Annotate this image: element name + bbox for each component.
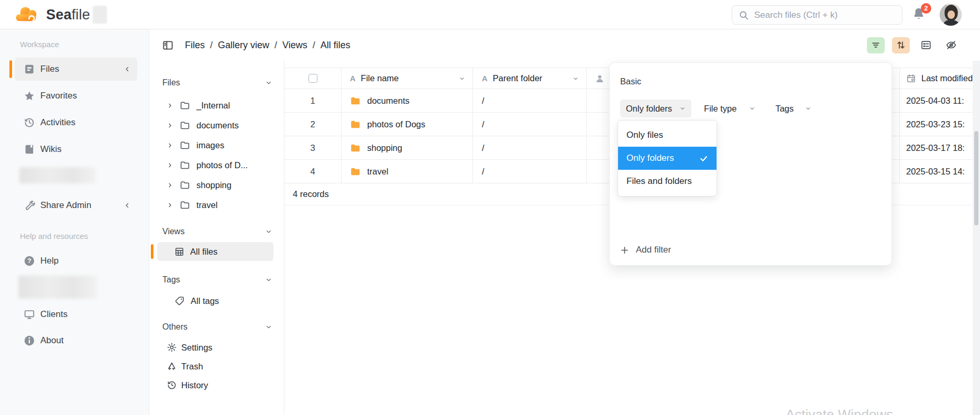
tree-folder-item[interactable]: _Internal	[149, 95, 284, 115]
detail-view-button[interactable]	[917, 37, 935, 53]
filter-icon	[871, 40, 881, 50]
file-name-cell[interactable]: photos of Dogs	[342, 113, 473, 136]
hide-columns-button[interactable]	[942, 37, 960, 53]
tree-folder-item[interactable]: travel	[149, 195, 284, 215]
chevron-left-icon[interactable]	[124, 202, 131, 209]
chevron-down-icon[interactable]	[265, 228, 272, 235]
chevron-right-icon[interactable]	[167, 182, 173, 189]
last-modified-cell: 2025-03-23 15:	[900, 113, 973, 136]
vertical-scrollbar[interactable]	[973, 61, 980, 415]
breadcrumb-separator: /	[210, 40, 213, 51]
dropdown-option-only-files[interactable]: Only files	[618, 124, 717, 147]
seafile-app: Seafile 2	[0, 0, 980, 415]
tree-folder-item[interactable]: shopping	[149, 175, 284, 195]
tree-section-files[interactable]: Files	[162, 78, 272, 88]
book-icon	[24, 144, 35, 155]
sidebar-item-help[interactable]: ? Help	[15, 249, 137, 272]
breadcrumb-item[interactable]: Files	[185, 40, 205, 51]
chevron-right-icon[interactable]	[167, 102, 173, 109]
tree-item-all-tags[interactable]: All tags	[149, 291, 284, 310]
breadcrumb-item[interactable]: Gallery view	[218, 40, 269, 51]
tree-item-history[interactable]: History	[149, 376, 284, 394]
type-filter-select[interactable]: Only folders	[620, 100, 691, 117]
tree-section-views[interactable]: Views	[162, 226, 272, 237]
file-name-cell[interactable]: documents	[342, 89, 473, 113]
dropdown-option-files-and-folders[interactable]: Files and folders	[618, 170, 717, 193]
file-type-filter-select[interactable]: File type	[704, 104, 755, 114]
tree-item-label: History	[181, 380, 208, 390]
column-header-last-modified[interactable]: Last modified	[900, 68, 973, 89]
filter-popup: Basic Only folders File type Tags Only f…	[609, 62, 892, 266]
sidebar-item-clients[interactable]: Clients	[15, 303, 137, 326]
chevron-right-icon[interactable]	[167, 122, 173, 129]
column-header-parent-folder[interactable]: A Parent folder	[473, 68, 587, 89]
windows-activation-watermark: Activate Windows	[786, 407, 898, 415]
chevron-right-icon[interactable]	[167, 202, 173, 209]
last-modified-cell: 2025-03-17 18:	[900, 136, 973, 160]
tree-folder-item[interactable]: photos of D...	[149, 155, 284, 175]
file-name-cell[interactable]: shopping	[342, 136, 473, 160]
star-icon	[24, 90, 35, 102]
tree-folder-item[interactable]: documents	[149, 115, 284, 135]
search-bar[interactable]	[732, 5, 902, 25]
grid-table-icon	[174, 247, 184, 257]
sidebar-item-wikis[interactable]: Wikis	[15, 138, 137, 161]
tree-item-all-files[interactable]: All files	[157, 242, 273, 261]
breadcrumb-item[interactable]: All files	[321, 40, 350, 51]
folder-outline-icon	[180, 200, 190, 210]
redacted-sidebar-item[interactable]	[18, 276, 97, 299]
sort-button[interactable]	[892, 37, 910, 53]
eye-off-icon	[945, 39, 957, 51]
panel-toggle-icon[interactable]	[162, 39, 174, 51]
sidebar-item-label: Files	[40, 64, 59, 74]
dropdown-option-only-folders[interactable]: Only folders	[618, 147, 717, 170]
redacted-sidebar-item[interactable]	[19, 167, 96, 183]
breadcrumb-bar: Files / Gallery view / Views / All files	[149, 29, 980, 61]
sidebar-item-favorites[interactable]: Favorites	[15, 84, 137, 107]
breadcrumb-item[interactable]: Views	[282, 40, 307, 51]
add-filter-button[interactable]: Add filter	[620, 242, 671, 258]
chevron-left-icon[interactable]	[124, 65, 131, 73]
avatar[interactable]	[940, 4, 962, 26]
main-sidebar: Workspace Files Favorites Activities	[0, 29, 149, 415]
sidebar-item-activities[interactable]: Activities	[15, 111, 137, 134]
tree-folder-label: _Internal	[196, 101, 230, 111]
tree-item-settings[interactable]: Settings	[149, 338, 284, 356]
select-all-checkbox[interactable]	[309, 74, 317, 83]
sidebar-item-share-admin[interactable]: Share Admin	[15, 194, 137, 217]
parent-folder-cell: /	[473, 113, 587, 136]
chevron-right-icon[interactable]	[167, 142, 173, 149]
scrollbar-thumb[interactable]	[974, 131, 978, 225]
chevron-down-icon[interactable]	[265, 323, 272, 331]
chevron-right-icon[interactable]	[167, 162, 173, 169]
tags-filter-label: Tags	[775, 104, 794, 114]
tree-section-tags[interactable]: Tags	[162, 275, 272, 285]
chevron-down-icon[interactable]	[572, 75, 579, 82]
tree-item-label: All files	[190, 247, 217, 257]
last-modified-cell: 2025-04-03 11:	[900, 89, 973, 113]
notifications-button[interactable]: 2	[912, 7, 930, 24]
chevron-down-icon[interactable]	[459, 75, 465, 82]
sidebar-item-files[interactable]: Files	[15, 58, 137, 81]
tree-item-label: Trash	[181, 362, 203, 372]
sidebar-item-about[interactable]: About	[15, 329, 137, 352]
sidebar-item-label: Wikis	[40, 144, 62, 155]
filter-button[interactable]	[867, 37, 885, 53]
select-all-cell	[284, 68, 342, 89]
column-header-file-name[interactable]: A File name	[342, 68, 473, 89]
chevron-down-icon[interactable]	[265, 79, 272, 86]
filter-popup-title: Basic	[620, 77, 641, 86]
file-name: photos of Dogs	[367, 119, 425, 129]
recycle-trash-icon	[167, 361, 177, 372]
search-input[interactable]	[754, 10, 896, 20]
chevron-down-icon[interactable]	[265, 276, 272, 283]
logo[interactable]: Seafile	[15, 5, 107, 25]
tree-section-others[interactable]: Others	[162, 322, 272, 332]
tree-folder-item[interactable]: images	[149, 135, 284, 155]
file-name-cell[interactable]: travel	[342, 160, 473, 183]
tree-item-trash[interactable]: Trash	[149, 357, 284, 375]
search-icon	[739, 10, 749, 20]
calendar-clock-icon	[906, 73, 916, 83]
tree-item-label: All tags	[191, 296, 219, 306]
tags-filter-select[interactable]: Tags	[775, 104, 811, 114]
